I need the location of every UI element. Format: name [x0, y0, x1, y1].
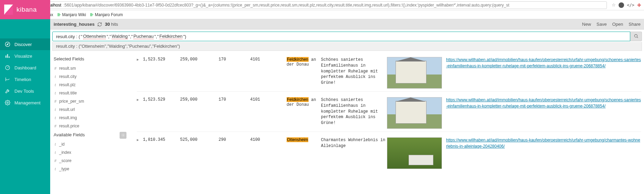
- field-name: _index: [59, 150, 71, 155]
- field-item[interactable]: #result.price: [54, 122, 130, 130]
- sidebar-label: Dashboard: [14, 65, 36, 70]
- gauge-icon: [5, 65, 10, 70]
- svg-marker-2: [7, 43, 8, 45]
- cell-price: 259,000: [180, 57, 219, 89]
- field-item[interactable]: tresult.plz: [54, 81, 130, 89]
- field-type-icon: #: [54, 66, 57, 71]
- hit-count: 30 hits: [105, 22, 118, 27]
- extension-icon[interactable]: [619, 2, 624, 8]
- query-submit-button[interactable]: [630, 32, 642, 41]
- field-item[interactable]: tresult.img: [54, 114, 130, 122]
- field-item[interactable]: #price_per_sm: [54, 97, 130, 105]
- query-suggestion[interactable]: result.city : ("Ottensheim","Walding","P…: [52, 42, 642, 51]
- manjaro-icon: ⊪: [57, 12, 61, 17]
- thumbnail-image: [387, 137, 442, 169]
- svg-rect-3: [5, 56, 7, 58]
- browser-toolbar: i localhost:5601/app/kibana#/discover/69…: [0, 0, 644, 10]
- field-name: _type: [59, 167, 69, 171]
- cell-img: [387, 137, 446, 169]
- wrench-icon: [5, 88, 10, 94]
- svg-point-9: [123, 135, 124, 136]
- devtools-icon[interactable]: </>: [627, 3, 634, 8]
- svg-point-1: [5, 42, 10, 46]
- sidebar-item-devtools[interactable]: Dev Tools: [0, 85, 50, 97]
- action-save[interactable]: Save: [597, 22, 607, 27]
- cell-price-per-sm: 1,810.345: [143, 137, 180, 169]
- refresh-icon[interactable]: [97, 22, 102, 27]
- cell-price: 259,000: [180, 97, 219, 129]
- action-share[interactable]: Share: [629, 22, 641, 27]
- cell-city: Feldkirchen an der Donau: [287, 57, 321, 89]
- field-name: result.img: [59, 115, 77, 120]
- field-type-icon: t: [54, 115, 57, 121]
- sidebar-item-visualize[interactable]: Visualize: [0, 50, 50, 62]
- cell-city: Feldkirchen an der Donau: [287, 97, 321, 129]
- timelion-icon: [5, 77, 10, 82]
- available-fields-header: Available Fields: [54, 132, 85, 137]
- field-type-icon: t: [54, 150, 57, 155]
- field-item[interactable]: tresult.url: [54, 105, 130, 114]
- result-link[interactable]: https://www.willhaben.at/iad/immobilien/…: [446, 57, 641, 68]
- action-new[interactable]: New: [582, 22, 591, 27]
- cell-sm: 170: [219, 57, 250, 89]
- result-row: ▸1,523.529259,0001704101Feldkirchen an d…: [137, 91, 641, 132]
- cell-sm: 290: [219, 137, 250, 169]
- fields-panel: Selected Fields #result.smtresult.citytr…: [50, 51, 130, 194]
- result-row: ▸1,810.345525,0002904100OttensheimCharma…: [137, 132, 641, 172]
- field-type-icon: t: [54, 167, 57, 172]
- query-input[interactable]: result.city : ("Ottensheim","Walding","P…: [52, 32, 630, 41]
- result-row: ▸1,523.529259,0001704101Feldkirchen an d…: [137, 54, 641, 91]
- cell-title: Schönes saniertes Einfamilienhaus in kom…: [321, 97, 387, 129]
- selected-fields-header: Selected Fields: [54, 56, 130, 61]
- field-item[interactable]: t_index: [54, 148, 130, 157]
- kibana-brand[interactable]: kibana: [0, 0, 50, 19]
- sidebar-label: Discover: [14, 42, 32, 47]
- fields-settings-button[interactable]: [120, 132, 126, 139]
- field-name: result.sm: [59, 66, 76, 71]
- cell-city: Ottensheim: [287, 137, 321, 169]
- field-type-icon: t: [54, 74, 57, 79]
- extension-plus-icon[interactable]: ✚: [637, 2, 641, 8]
- result-link[interactable]: https://www.willhaben.at/iad/immobilien/…: [446, 138, 640, 149]
- field-item[interactable]: #_score: [54, 157, 130, 165]
- field-item[interactable]: #result.sm: [54, 64, 130, 72]
- action-open[interactable]: Open: [612, 22, 623, 27]
- field-name: _id: [59, 142, 65, 147]
- bookmark-manjaro-wiki[interactable]: ⊪Manjaro Wiki: [57, 12, 86, 17]
- sidebar-label: Timelion: [14, 77, 31, 82]
- field-item[interactable]: tresult.title: [54, 89, 130, 97]
- field-item[interactable]: t_id: [54, 140, 130, 148]
- expand-toggle[interactable]: ▸: [137, 57, 141, 89]
- address-bar[interactable]: i localhost:5601/app/kibana#/discover/69…: [36, 1, 607, 9]
- field-item[interactable]: t_type: [54, 165, 130, 173]
- expand-toggle[interactable]: ▸: [137, 97, 141, 129]
- field-type-icon: t: [54, 107, 57, 112]
- field-name: result.price: [59, 124, 79, 128]
- sidebar-label: Visualize: [14, 54, 32, 59]
- bar-chart-icon: [5, 53, 10, 59]
- search-icon: [634, 34, 639, 39]
- sidebar-item-management[interactable]: Management: [0, 97, 50, 109]
- expand-toggle[interactable]: ▸: [137, 137, 141, 169]
- result-link[interactable]: https://www.willhaben.at/iad/immobilien/…: [446, 98, 641, 109]
- field-name: result.url: [59, 107, 75, 112]
- svg-point-7: [7, 102, 8, 103]
- kibana-logo-icon: [3, 4, 14, 15]
- cell-title: Charmantes Wohnerlebnis in Alleinlage: [321, 137, 387, 169]
- bookmark-star-icon[interactable]: ☆: [612, 2, 616, 8]
- field-type-icon: #: [54, 124, 57, 129]
- saved-search-title: interesting_houses: [54, 22, 95, 27]
- field-item[interactable]: tresult.city: [54, 72, 130, 81]
- svg-rect-5: [9, 56, 10, 58]
- cell-plz: 4101: [250, 97, 287, 129]
- sidebar-item-dashboard[interactable]: Dashboard: [0, 62, 50, 73]
- cell-sm: 170: [219, 97, 250, 129]
- cell-price-per-sm: 1,523.529: [143, 57, 180, 89]
- cell-url: https://www.willhaben.at/iad/immobilien/…: [446, 137, 641, 169]
- field-name: result.city: [59, 74, 77, 79]
- field-type-icon: t: [54, 142, 57, 147]
- sidebar-item-timelion[interactable]: Timelion: [0, 73, 50, 85]
- sidebar-item-discover[interactable]: Discover: [0, 38, 50, 50]
- bookmark-manjaro-forum[interactable]: ⊪Manjaro Forum: [90, 12, 123, 17]
- cell-img: [387, 97, 446, 129]
